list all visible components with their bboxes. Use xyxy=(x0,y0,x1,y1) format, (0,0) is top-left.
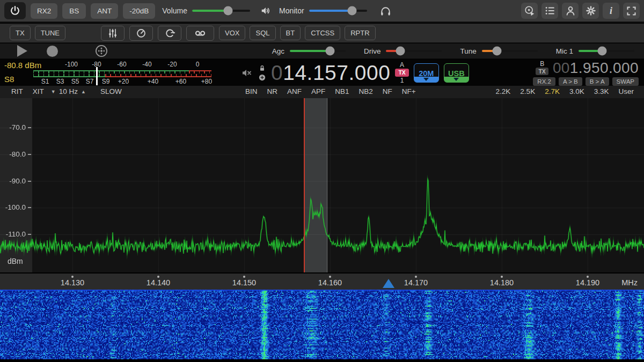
dsp-button-nb2[interactable]: NB2 xyxy=(354,87,378,95)
topbar-button-ant[interactable]: ANT xyxy=(91,3,118,19)
slider-knob[interactable] xyxy=(223,6,232,16)
topbar-button-rx2[interactable]: RX2 xyxy=(31,3,57,19)
vfo-b-display: B TX 001.950.000 RX.2A > BB > ASWAP xyxy=(533,60,639,86)
button-tx[interactable]: TX xyxy=(10,26,31,40)
monitor-slider[interactable] xyxy=(309,10,367,12)
slider-knob[interactable] xyxy=(396,47,405,56)
topbar-button-group: RX2BSANT-20dB xyxy=(31,3,155,19)
vfo-b-buttons: RX.2A > BB > ASWAP xyxy=(533,77,639,86)
headphones-icon xyxy=(379,5,392,17)
power-button[interactable] xyxy=(4,2,26,19)
slider-group-tune: Tune xyxy=(460,47,537,55)
y-axis-unit: dBm xyxy=(8,257,23,265)
vfo-b-button-rx-2[interactable]: RX.2 xyxy=(533,77,555,86)
dsp-button-nf[interactable]: NF xyxy=(378,87,397,95)
y-tick-mark xyxy=(28,207,31,208)
meter-bottom-scale-label: S9 xyxy=(102,78,110,85)
vfo-b-button-swap[interactable]: SWAP xyxy=(612,77,639,86)
step-up-icon[interactable]: ▲ xyxy=(79,89,88,94)
settings-gear-button[interactable] xyxy=(582,3,599,19)
dsp-button-nf+[interactable]: NF+ xyxy=(397,87,421,95)
filter-width-user[interactable]: User xyxy=(613,87,639,95)
loop-arrow-button[interactable] xyxy=(158,26,181,41)
button-sql[interactable]: SQL xyxy=(250,26,275,40)
gauge-button[interactable] xyxy=(129,26,153,41)
topbar-right-icons: i xyxy=(521,3,640,19)
record-icon[interactable] xyxy=(47,46,58,57)
lock-split-column xyxy=(258,64,266,82)
frequency-axis[interactable]: MHz 14.13014.14014.15014.16014.17014.180… xyxy=(0,272,644,290)
mixer-button[interactable] xyxy=(101,26,125,41)
profile-button[interactable] xyxy=(562,3,579,19)
vfo-b-frequency[interactable]: 001.950.000 xyxy=(553,60,639,76)
rit-button[interactable]: RIT xyxy=(6,87,28,95)
slider-knob[interactable] xyxy=(492,47,501,56)
filter-width-2.7k[interactable]: 2.7K xyxy=(540,87,565,95)
vfo-b-button-a-b[interactable]: A > B xyxy=(559,77,582,86)
slider-label: Mic 1 xyxy=(556,47,573,55)
y-tick-label: -110.0 xyxy=(1,230,26,238)
plus-circle-icon[interactable] xyxy=(258,73,266,82)
slider-agc[interactable] xyxy=(290,50,346,52)
xit-button[interactable]: XIT xyxy=(28,87,49,95)
slider-drive[interactable] xyxy=(386,50,442,52)
band-select-button[interactable]: 20M xyxy=(414,63,439,83)
dsp-button-bin[interactable]: BIN xyxy=(240,87,262,95)
info-button[interactable]: i xyxy=(603,3,619,19)
meter-bottom-scale-label: +20 xyxy=(118,78,129,85)
vfo-a-frequency[interactable]: 014.157.000 xyxy=(271,60,390,86)
vfo-b-tx-indicator: B TX xyxy=(536,61,548,76)
button-rptr[interactable]: RPTR xyxy=(345,26,375,40)
button-vox[interactable]: VOX xyxy=(219,26,245,40)
topbar-button--20db[interactable]: -20dB xyxy=(123,3,155,19)
menu-list-button[interactable] xyxy=(541,3,558,19)
x-tick-dot xyxy=(243,276,245,278)
marker-triangle-icon[interactable] xyxy=(383,279,394,288)
slider-knob[interactable] xyxy=(347,6,356,16)
meter-bottom-scale-label: +80 xyxy=(201,78,212,85)
dsp-button-apf[interactable]: APF xyxy=(306,87,330,95)
transceiver-app: RX2BSANT-20dB Volume Monitor xyxy=(0,0,644,362)
agc-rate-button[interactable]: SLOW xyxy=(96,87,127,95)
voicemail-button[interactable] xyxy=(186,26,214,41)
filter-width-2.2k[interactable]: 2.2K xyxy=(491,87,516,95)
waterfall-canvas[interactable] xyxy=(0,290,644,359)
spectrum-canvas[interactable] xyxy=(0,98,644,272)
x-tick-label: 14.160 xyxy=(309,278,352,287)
button-tune[interactable]: TUNE xyxy=(35,26,65,40)
play-icon[interactable] xyxy=(17,45,27,57)
dvr-recordings-button[interactable] xyxy=(521,3,538,19)
meter-scale-line xyxy=(105,76,211,77)
vfo-b-button-b-a[interactable]: B > A xyxy=(586,77,609,86)
dsp-button-nb1[interactable]: NB1 xyxy=(330,87,354,95)
step-down-icon[interactable]: ▼ xyxy=(49,89,58,94)
slider-mic-1[interactable] xyxy=(579,50,634,52)
slider-tune[interactable] xyxy=(482,50,538,52)
filter-width-3.3k[interactable]: 3.3K xyxy=(589,87,614,95)
y-tick-label: -80.0 xyxy=(1,150,26,158)
vfo-display-row: -80.8 dBm S8 -100-80-60-40-200S1S3S5S7S9… xyxy=(0,60,644,86)
meter-top-scale-label: -60 xyxy=(117,61,126,68)
filter-width-2.5k[interactable]: 2.5K xyxy=(515,87,540,95)
x-tick-dot xyxy=(329,276,331,278)
button-bt[interactable]: BT xyxy=(280,26,301,40)
mute-speaker-icon[interactable] xyxy=(240,67,253,79)
filter-width-3.0k[interactable]: 3.0K xyxy=(565,87,589,95)
main-digits: 1.950.000 xyxy=(570,60,639,76)
slider-knob[interactable] xyxy=(325,47,334,56)
meter-s-reading: S8 xyxy=(4,75,14,84)
spectrum-panadapter: -70.0-80.0-90.0-100.0-110.0 dBm xyxy=(0,98,644,272)
center-tune-icon[interactable] xyxy=(94,44,108,58)
mode-dropdown-bar xyxy=(444,77,469,82)
chevron-down-icon xyxy=(423,78,429,81)
button-ctcss[interactable]: CTCSS xyxy=(305,26,340,40)
dsp-button-nr[interactable]: NR xyxy=(262,87,283,95)
lock-icon[interactable] xyxy=(258,64,266,72)
mode-select-button[interactable]: USB xyxy=(444,63,469,83)
dsp-button-anf[interactable]: ANF xyxy=(282,87,306,95)
fullscreen-button[interactable] xyxy=(623,3,640,19)
slider-knob[interactable] xyxy=(597,47,606,56)
topbar-button-bs[interactable]: BS xyxy=(62,3,86,19)
x-tick-label: 14.170 xyxy=(394,278,437,287)
volume-slider[interactable] xyxy=(192,10,250,12)
